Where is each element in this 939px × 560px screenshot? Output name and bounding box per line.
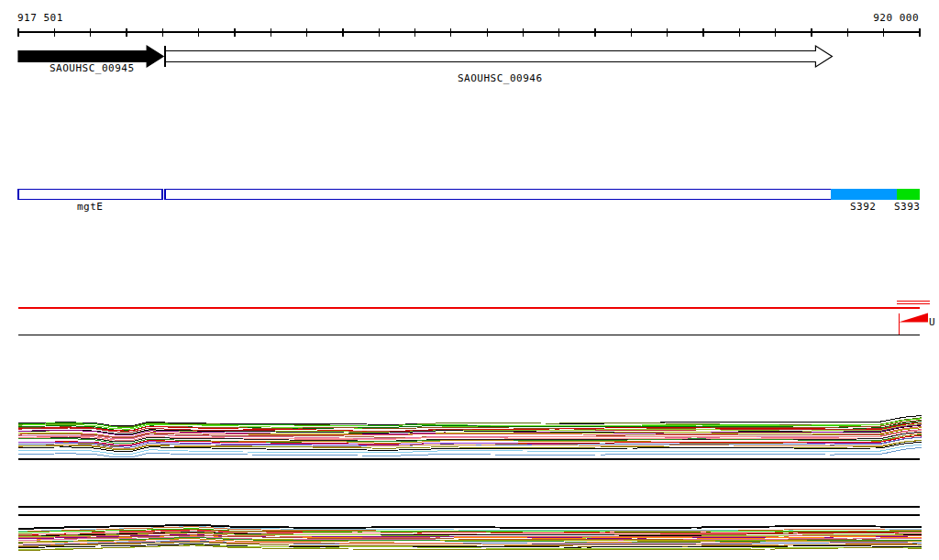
ruler-end-coordinate: 920 000 [873, 12, 919, 24]
annotation-box-track [18, 190, 919, 200]
annotation-box-mgte[interactable] [18, 190, 162, 200]
coverage-band-upper [18, 416, 922, 458]
annotation-box-unnamed[interactable] [165, 190, 831, 200]
gene-label-saouhsc-00945: SAOUHSC_00945 [50, 62, 135, 74]
box-label-s392: S392 [850, 201, 877, 213]
tss-flag[interactable] [899, 313, 928, 323]
annotation-box-s392[interactable] [831, 190, 897, 200]
flag-label: U [929, 316, 935, 328]
coordinate-ruler [18, 28, 920, 37]
tss-signal-track [18, 302, 930, 335]
genome-browser-view: 917 501 920 000 SAOUHSC_00945 SAOUHSC_00… [0, 0, 939, 560]
box-label-s393: S393 [894, 201, 921, 213]
box-label-mgte: mgtE [77, 201, 104, 213]
gene-arrow-saouhsc_00946[interactable] [165, 46, 832, 67]
gene-arrow-track [18, 46, 832, 67]
separator-lines [18, 459, 920, 515]
coverage-band-lower [18, 525, 922, 551]
annotation-box-s393[interactable] [897, 190, 919, 200]
gene-label-saouhsc-00946: SAOUHSC_00946 [458, 72, 543, 84]
ruler-start-coordinate: 917 501 [17, 12, 63, 24]
